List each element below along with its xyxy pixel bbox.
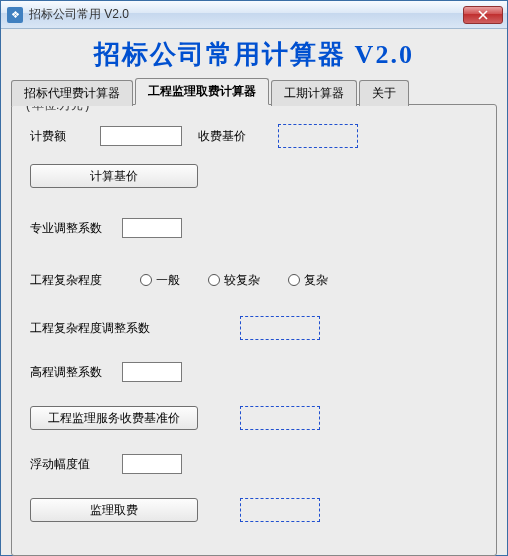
radio-label: 较复杂: [224, 272, 260, 289]
supervision-fee-output: [240, 498, 320, 522]
radio-icon: [208, 274, 220, 286]
complexity-option-normal[interactable]: 一般: [140, 272, 180, 289]
fee-amount-label: 计费额: [30, 128, 100, 145]
float-range-input[interactable]: [122, 454, 182, 474]
tab-agency-fee[interactable]: 招标代理费计算器: [11, 80, 133, 106]
elevation-adjust-input[interactable]: [122, 362, 182, 382]
button-label: 计算基价: [90, 169, 138, 183]
tab-label: 工程监理取费计算器: [148, 84, 256, 98]
row-service-base: 工程监理服务收费基准价: [30, 405, 478, 431]
window-title: 招标公司常用 V2.0: [29, 6, 463, 23]
row-fee-amount: 计费额 收费基价: [30, 123, 478, 149]
complexity-option-complex[interactable]: 复杂: [288, 272, 328, 289]
tab-strip: 招标代理费计算器 工程监理取费计算器 工期计算器 关于: [11, 78, 497, 105]
radio-label: 复杂: [304, 272, 328, 289]
app-window: ❖ 招标公司常用 V2.0 招标公司常用计算器 V2.0 招标代理费计算器 工程…: [0, 0, 508, 556]
pro-adjust-input[interactable]: [122, 218, 182, 238]
row-complexity: 工程复杂程度 一般 较复杂 复杂: [30, 267, 478, 293]
radio-icon: [140, 274, 152, 286]
form-group: ( 单位:万元 ) 计费额 收费基价 计算基价 专业调整系数: [11, 104, 497, 556]
complexity-adjust-label: 工程复杂程度调整系数: [30, 320, 180, 337]
titlebar: ❖ 招标公司常用 V2.0: [1, 1, 507, 29]
tab-label: 关于: [372, 86, 396, 100]
service-base-button[interactable]: 工程监理服务收费基准价: [30, 406, 198, 430]
complexity-label: 工程复杂程度: [30, 272, 140, 289]
tab-duration[interactable]: 工期计算器: [271, 80, 357, 106]
charge-base-output: [278, 124, 358, 148]
complexity-option-more-complex[interactable]: 较复杂: [208, 272, 260, 289]
tab-label: 招标代理费计算器: [24, 86, 120, 100]
tab-label: 工期计算器: [284, 86, 344, 100]
row-supervision-fee: 监理取费: [30, 497, 478, 523]
radio-icon: [288, 274, 300, 286]
float-range-label: 浮动幅度值: [30, 456, 122, 473]
elevation-adjust-label: 高程调整系数: [30, 364, 122, 381]
tab-supervision-fee[interactable]: 工程监理取费计算器: [135, 78, 269, 105]
radio-label: 一般: [156, 272, 180, 289]
client-area: 招标公司常用计算器 V2.0 招标代理费计算器 工程监理取费计算器 工期计算器 …: [1, 29, 507, 555]
button-label: 监理取费: [90, 503, 138, 517]
complexity-adjust-output: [240, 316, 320, 340]
complexity-radio-group: 一般 较复杂 复杂: [140, 272, 328, 289]
app-banner: 招标公司常用计算器 V2.0: [11, 37, 497, 72]
close-icon: [478, 10, 488, 20]
supervision-fee-button[interactable]: 监理取费: [30, 498, 198, 522]
close-button[interactable]: [463, 6, 503, 24]
button-label: 工程监理服务收费基准价: [48, 411, 180, 425]
row-elevation-adjust: 高程调整系数: [30, 359, 478, 385]
calc-base-button[interactable]: 计算基价: [30, 164, 198, 188]
tab-about[interactable]: 关于: [359, 80, 409, 106]
row-pro-adjust: 专业调整系数: [30, 215, 478, 241]
row-float-range: 浮动幅度值: [30, 451, 478, 477]
charge-base-label: 收费基价: [198, 128, 268, 145]
service-base-output: [240, 406, 320, 430]
pro-adjust-label: 专业调整系数: [30, 220, 122, 237]
fee-amount-input[interactable]: [100, 126, 182, 146]
app-icon: ❖: [7, 7, 23, 23]
row-complexity-adjust: 工程复杂程度调整系数: [30, 315, 478, 341]
row-calc-base: 计算基价: [30, 163, 478, 189]
